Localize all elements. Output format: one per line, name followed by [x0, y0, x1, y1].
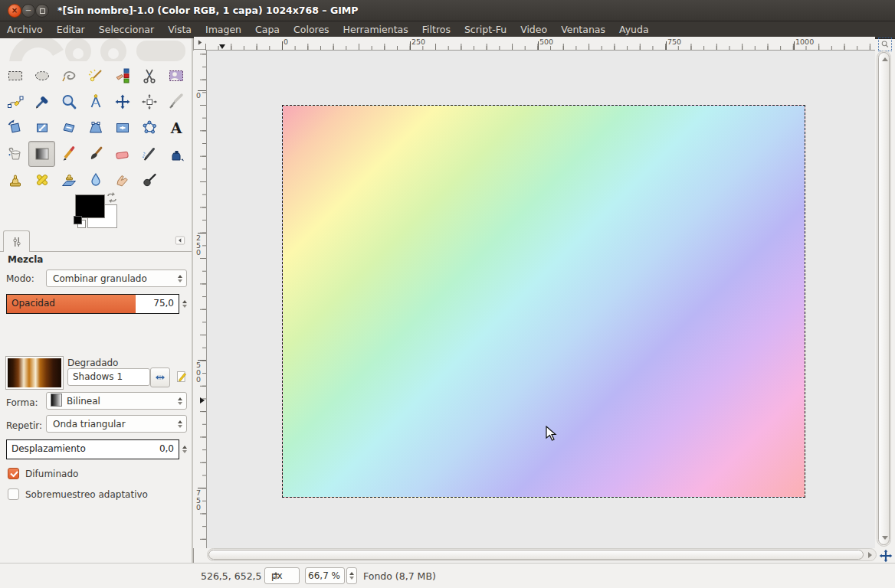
tool-paintbrush[interactable]: [82, 141, 109, 167]
foreground-color-swatch[interactable]: [75, 194, 105, 218]
color-selector: [74, 193, 127, 230]
tool-ellipse-select[interactable]: [28, 63, 55, 89]
menu-herramientas[interactable]: Herramientas: [336, 21, 415, 38]
maximize-icon[interactable]: [35, 4, 49, 18]
opacity-spinner[interactable]: [180, 294, 189, 314]
supersampling-checkbox[interactable]: [8, 488, 19, 500]
svg-text:A: A: [169, 119, 182, 136]
tool-cage[interactable]: [136, 115, 162, 141]
unit-select[interactable]: px: [264, 567, 300, 584]
tool-move[interactable]: [109, 89, 136, 115]
unit-spinner[interactable]: [271, 568, 280, 583]
menu-script-fu[interactable]: Script-Fu: [457, 21, 513, 38]
menu-capa[interactable]: Capa: [248, 21, 287, 38]
gradient-preview[interactable]: [6, 357, 63, 389]
title-bar[interactable]: × − *[Sin nombre]-1.0 (Color RGB, 1 capa…: [0, 0, 895, 21]
dithering-checkbox[interactable]: [8, 468, 19, 479]
tool-eraser[interactable]: [109, 141, 136, 167]
tool-dodge-burn[interactable]: [136, 167, 162, 193]
tab-tool-options[interactable]: [3, 230, 30, 252]
pointer-coordinates: 526,5, 652,5: [201, 570, 262, 582]
menu-video[interactable]: Video: [513, 21, 554, 38]
menu-colores[interactable]: Colores: [287, 21, 336, 38]
supersampling-label: Sobremuestreo adaptativo: [25, 489, 148, 500]
scroll-down-icon[interactable]: [882, 536, 888, 540]
menu-ventanas[interactable]: Ventanas: [554, 21, 612, 38]
tool-rect-select[interactable]: [2, 63, 28, 89]
tool-perspective-clone[interactable]: [55, 167, 82, 193]
zoom-spinner[interactable]: [346, 567, 357, 584]
mode-select[interactable]: Combinar granulado: [46, 270, 187, 287]
minimize-icon[interactable]: −: [21, 4, 35, 18]
tool-shear[interactable]: [55, 115, 82, 141]
tool-bucket-fill[interactable]: [2, 141, 28, 167]
offset-slider[interactable]: Desplazamiento 0,0: [6, 439, 179, 459]
repeat-select[interactable]: Onda triangular: [46, 415, 187, 433]
zoom-follows-window-icon[interactable]: [878, 38, 892, 51]
tool-smudge[interactable]: [109, 167, 136, 193]
gradient-name-field[interactable]: Shadows 1: [67, 368, 150, 386]
tool-blur-sharpen[interactable]: [82, 167, 109, 193]
mouse-cursor-icon: [546, 426, 561, 446]
tool-flip[interactable]: [109, 115, 136, 141]
tool-perspective[interactable]: [82, 115, 109, 141]
tool-heal[interactable]: [28, 167, 55, 193]
tool-options-title: Mezcla: [8, 254, 43, 265]
tool-text[interactable]: A: [162, 115, 189, 141]
navigation-cross-icon[interactable]: [878, 548, 893, 564]
gimp-window: × − *[Sin nombre]-1.0 (Color RGB, 1 capa…: [0, 0, 895, 588]
tool-foreground-select[interactable]: [162, 63, 189, 89]
ruler-position-marker: [219, 44, 225, 49]
close-icon[interactable]: ×: [8, 4, 21, 18]
tool-fuzzy-select[interactable]: [82, 63, 109, 89]
ruler-corner-button[interactable]: [194, 37, 206, 50]
menu-ayuda[interactable]: Ayuda: [612, 21, 656, 38]
menu-editar[interactable]: Editar: [50, 21, 92, 38]
vertical-scrollbar-thumb[interactable]: [878, 52, 890, 545]
tool-color-picker[interactable]: [28, 89, 55, 115]
tool-align[interactable]: [136, 89, 162, 115]
collapse-dock-icon[interactable]: [173, 234, 187, 247]
horizontal-ruler[interactable]: 02505007501000: [205, 37, 875, 51]
shape-spinner[interactable]: [175, 393, 185, 409]
reverse-gradient-button[interactable]: [150, 368, 170, 387]
tool-ink[interactable]: [162, 141, 189, 167]
tool-blend[interactable]: [28, 141, 55, 167]
canvas-image[interactable]: [282, 105, 805, 498]
scroll-up-icon[interactable]: [882, 57, 888, 61]
tool-clone[interactable]: [2, 167, 28, 193]
tool-crop[interactable]: [162, 89, 189, 115]
tool-scale[interactable]: [28, 115, 55, 141]
shape-label: Forma:: [6, 397, 38, 408]
zoom-level-field[interactable]: 66,7 %: [305, 567, 345, 584]
tool-pencil[interactable]: [55, 141, 82, 167]
menu-archivo[interactable]: Archivo: [0, 21, 50, 38]
menu-seleccionar[interactable]: Seleccionar: [92, 21, 161, 38]
edit-gradient-button[interactable]: [173, 368, 190, 386]
canvas-viewport[interactable]: [207, 51, 875, 548]
wilber-watermark-icon: [0, 38, 192, 61]
vertical-ruler[interactable]: 0250500750: [193, 51, 207, 548]
menu-filtros[interactable]: Filtros: [415, 21, 457, 38]
default-colors-icon[interactable]: [74, 216, 86, 228]
tool-rotate[interactable]: [2, 115, 28, 141]
shape-select[interactable]: Bilineal: [46, 392, 187, 410]
tool-select-by-color[interactable]: [109, 63, 136, 89]
tool-zoom[interactable]: [55, 89, 82, 115]
offset-spinner[interactable]: [180, 439, 189, 459]
tool-paths[interactable]: [2, 89, 28, 115]
swap-colors-icon[interactable]: [106, 191, 118, 204]
scroll-right-icon[interactable]: [868, 552, 872, 558]
tool-free-select[interactable]: [55, 63, 82, 89]
tool-scissors-select[interactable]: [136, 63, 162, 89]
tool-airbrush[interactable]: [136, 141, 162, 167]
mode-spinner[interactable]: [175, 270, 185, 286]
tool-measure[interactable]: [82, 89, 109, 115]
menu-imagen[interactable]: Imagen: [198, 21, 248, 38]
horizontal-scrollbar[interactable]: [207, 548, 877, 561]
menu-vista[interactable]: Vista: [161, 21, 198, 38]
repeat-spinner[interactable]: [175, 416, 185, 432]
horizontal-scrollbar-thumb[interactable]: [208, 550, 864, 560]
opacity-slider[interactable]: Opacidad 75,0: [6, 294, 179, 314]
vertical-scrollbar[interactable]: [877, 51, 891, 547]
